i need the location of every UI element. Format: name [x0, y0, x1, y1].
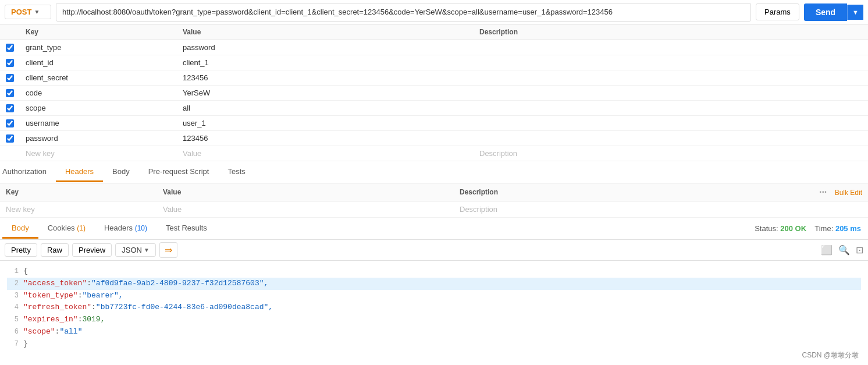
send-chevron-button[interactable]: ▼ [847, 5, 863, 20]
tab-tests[interactable]: Tests [218, 162, 254, 182]
line-number: 4 [7, 302, 23, 313]
params-desc-2[interactable] [474, 70, 856, 86]
bulk-edit-button[interactable]: Bulk Edit [835, 189, 862, 197]
params-row: username user_1 [0, 116, 868, 131]
params-row: client_secret 123456 [0, 70, 868, 86]
wrap-button[interactable]: ⇒ [159, 242, 177, 258]
params-checkbox-0[interactable] [6, 44, 14, 52]
tab-headers[interactable]: Headers [56, 162, 103, 182]
params-key-5[interactable]: username [20, 116, 177, 131]
params-desc-1[interactable] [474, 55, 856, 70]
params-row: password 123456 [0, 131, 868, 146]
params-value-4[interactable]: all [177, 101, 474, 116]
method-selector[interactable]: POST ▼ [5, 5, 51, 19]
params-key-6[interactable]: password [20, 131, 177, 146]
tab-authorization[interactable]: Authorization [0, 162, 56, 182]
params-desc-3[interactable] [474, 86, 856, 101]
params-row-extra-5 [856, 116, 868, 131]
json-line: 2 "access_token": "af0d9fae-9ab2-4809-92… [7, 278, 861, 290]
headers-table: Key Value Description ··· Bulk Edit New … [0, 183, 868, 218]
params-value-header: Value [177, 24, 474, 40]
preview-button[interactable]: Preview [72, 243, 112, 257]
format-selector[interactable]: JSON ▼ [115, 243, 156, 257]
pretty-button[interactable]: Pretty [5, 243, 37, 257]
response-tab-test-results[interactable]: Test Results [156, 219, 216, 239]
params-row-extra-4 [856, 101, 868, 116]
new-row-key[interactable]: New key [20, 146, 177, 161]
new-row-value[interactable]: Value [177, 146, 474, 161]
status-label: Status: [755, 224, 778, 233]
params-checkbox-cell-3 [0, 86, 20, 101]
params-value-0[interactable]: password [177, 40, 474, 55]
response-tab-cookies[interactable]: Cookies (1) [38, 219, 95, 239]
json-line: 4 "refresh_token": "bb7723fc-fd0e-4244-8… [7, 302, 861, 314]
dots-icon[interactable]: ··· [819, 187, 827, 197]
expand-icon[interactable]: ⊡ [856, 244, 863, 256]
json-line: 3 "token_type": "bearer", [7, 290, 861, 302]
json-key: "token_type" [23, 290, 78, 302]
params-value-6[interactable]: 123456 [177, 131, 474, 146]
response-tab-body[interactable]: Body [2, 219, 38, 239]
params-checkbox-4[interactable] [6, 104, 14, 112]
params-value-3[interactable]: YerSeW [177, 86, 474, 101]
json-line: 5 "expires_in": 3019, [7, 314, 861, 326]
tab-body[interactable]: Body [103, 162, 139, 182]
response-tabs-bar: Body Cookies (1) Headers (10) Test Resul… [0, 218, 868, 240]
params-row: client_id client_1 [0, 55, 868, 70]
params-key-4[interactable]: scope [20, 101, 177, 116]
params-desc-5[interactable] [474, 116, 856, 131]
params-checkbox-cell-2 [0, 70, 20, 86]
headers-new-desc[interactable]: Description [454, 201, 810, 218]
params-row-extra-0 [856, 40, 868, 55]
cookies-badge: (1) [77, 224, 86, 232]
json-line: 1{ [7, 265, 861, 278]
params-extra-header [856, 24, 868, 40]
response-tab-headers[interactable]: Headers (10) [95, 219, 156, 239]
json-output: 1{2 "access_token": "af0d9fae-9ab2-4809-… [0, 261, 868, 355]
tab-pre-request-script[interactable]: Pre-request Script [139, 162, 219, 182]
headers-new-value[interactable]: Value [157, 201, 454, 218]
raw-button[interactable]: Raw [41, 243, 69, 257]
new-row-desc[interactable]: Description [474, 146, 856, 161]
params-checkbox-5[interactable] [6, 119, 14, 127]
params-row: code YerSeW [0, 86, 868, 101]
params-checkbox-cell-4 [0, 101, 20, 116]
params-key-1[interactable]: client_id [20, 55, 177, 70]
params-key-2[interactable]: client_secret [20, 70, 177, 86]
new-row-extra [856, 146, 868, 161]
send-button[interactable]: Send [804, 3, 847, 21]
params-value-5[interactable]: user_1 [177, 116, 474, 131]
params-button[interactable]: Params [756, 3, 799, 20]
json-value: 3019, [82, 314, 105, 326]
params-checkbox-6[interactable] [6, 134, 14, 143]
params-row: scope all [0, 101, 868, 116]
params-checkbox-2[interactable] [6, 74, 14, 82]
json-line: 7} [7, 338, 861, 350]
json-value: "af0d9fae-9ab2-4809-9237-f32d12587603", [91, 278, 268, 290]
params-desc-4[interactable] [474, 101, 856, 116]
json-key: "expires_in" [23, 314, 78, 326]
params-row-extra-6 [856, 131, 868, 146]
url-input[interactable] [56, 3, 751, 22]
headers-key-header: Key [0, 183, 157, 201]
search-icon[interactable]: 🔍 [838, 244, 850, 256]
params-key-0[interactable]: grant_type [20, 40, 177, 55]
params-checkbox-1[interactable] [6, 59, 14, 67]
headers-desc-header: Description [454, 183, 810, 201]
params-checkbox-3[interactable] [6, 89, 14, 97]
json-key: "refresh_token" [23, 302, 91, 314]
params-desc-6[interactable] [474, 131, 856, 146]
params-desc-0[interactable] [474, 40, 856, 55]
headers-extra-header: ··· Bulk Edit [810, 183, 868, 201]
new-row-check [0, 146, 20, 161]
copy-icon[interactable]: ⬜ [821, 244, 833, 256]
json-bracket: } [23, 338, 28, 350]
send-button-wrap: Send ▼ [804, 3, 863, 21]
response-toolbar: Pretty Raw Preview JSON ▼ ⇒ ⬜ 🔍 ⊡ [0, 240, 868, 261]
status-value: 200 OK [780, 224, 806, 233]
params-value-2[interactable]: 123456 [177, 70, 474, 86]
response-tabs-left: Body Cookies (1) Headers (10) Test Resul… [2, 219, 216, 238]
headers-new-key[interactable]: New key [0, 201, 157, 218]
params-key-3[interactable]: code [20, 86, 177, 101]
params-value-1[interactable]: client_1 [177, 55, 474, 70]
